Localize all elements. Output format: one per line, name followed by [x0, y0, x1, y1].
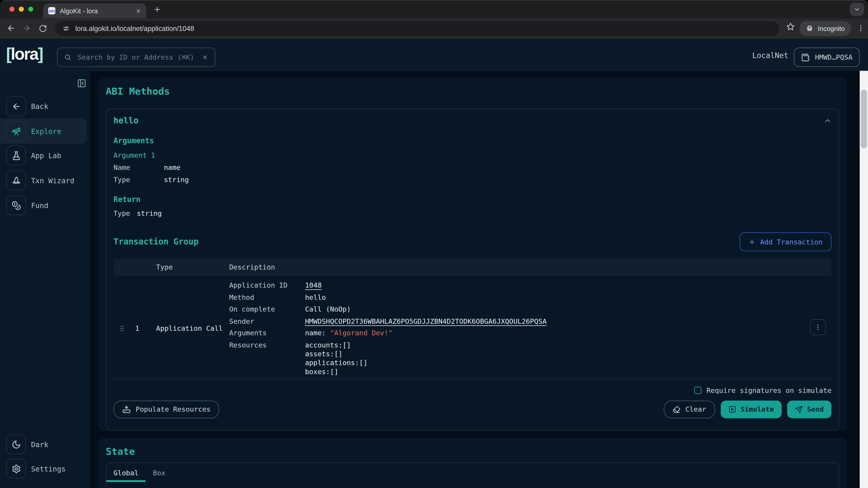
search-input[interactable] [76, 53, 197, 62]
column-type: Type [145, 263, 229, 271]
abi-methods-heading: ABI Methods [106, 86, 170, 97]
bookmark-star-icon[interactable] [786, 22, 795, 31]
sidebar-item-dark-mode[interactable]: Dark [0, 431, 87, 457]
search-box[interactable] [57, 48, 215, 67]
page-scrollbar[interactable] [860, 71, 868, 488]
table-row: 1 Application Call Application ID 1048 M… [114, 275, 831, 379]
row-index: 1 [130, 324, 145, 333]
sidebar-item-back[interactable]: Back [0, 94, 87, 119]
hard-drive-download-icon [122, 405, 131, 414]
chevron-up-icon[interactable] [824, 117, 831, 125]
simulate-button[interactable]: Simulate [721, 400, 782, 418]
search-clear-icon[interactable] [202, 54, 208, 60]
table-header: Type Description [114, 258, 831, 275]
zoom-window-button[interactable] [28, 6, 33, 11]
gear-icon [6, 459, 26, 479]
wallet-button[interactable]: HMWD…PQSA [794, 48, 860, 67]
argument-name-row: Name name [114, 163, 831, 172]
back-icon[interactable] [5, 22, 17, 34]
state-inner-card: Global Box [106, 462, 839, 488]
square-play-icon [728, 405, 736, 413]
sidebar-collapse-icon[interactable] [77, 78, 86, 88]
drag-handle-icon[interactable] [114, 324, 130, 333]
sender-address-link[interactable]: HMWDSHQCOPD2T36WBAHLAZ6PO5GDJJZBN4D2TODK… [305, 317, 547, 326]
flask-icon [6, 145, 26, 165]
send-button[interactable]: Send [787, 400, 831, 418]
main-content: ABI Methods hello Arguments Argument 1 N… [90, 71, 860, 488]
search-icon [64, 54, 71, 61]
arguments-heading: Arguments [114, 136, 831, 145]
wallet-address: HMWD…PQSA [815, 53, 852, 61]
state-card: State Global Box [98, 438, 847, 488]
application-id-row: Application ID 1048 [229, 281, 831, 290]
browser-menu-icon[interactable] [857, 23, 865, 33]
require-signatures-checkbox[interactable] [694, 387, 702, 394]
sidebar-item-label: Txn Wizard [31, 176, 74, 185]
sidebar-item-fund[interactable]: Fund [0, 193, 87, 218]
arguments-row: Arguments name: "Algorand Dev!" [229, 329, 831, 337]
sidebar-item-app-lab[interactable]: App Lab [0, 143, 87, 168]
sender-row: Sender HMWDSHQCOPD2T36WBAHLAZ6PO5GDJJZBN… [229, 317, 831, 326]
state-tabs: Global Box [106, 463, 839, 482]
application-id-link[interactable]: 1048 [305, 281, 322, 290]
wallet-icon [801, 53, 810, 62]
site-settings-icon[interactable] [63, 25, 70, 32]
incognito-label: Incognito [818, 25, 845, 32]
transaction-group-heading: Transaction Group [114, 237, 198, 247]
reload-icon[interactable] [37, 22, 49, 34]
clear-button[interactable]: Clear [664, 400, 715, 418]
tab-global[interactable]: Global [106, 463, 146, 482]
add-transaction-button[interactable]: Add Transaction [740, 232, 831, 251]
tab-overview-button[interactable] [850, 3, 864, 16]
wizard-hat-icon [6, 170, 26, 190]
new-tab-button[interactable] [153, 5, 161, 13]
url-bar[interactable]: lora.algokit.io/localnet/application/104… [55, 21, 779, 36]
sidebar-item-label: Dark [31, 440, 49, 449]
lora-logo[interactable]: [lora] [6, 46, 43, 62]
app-header: [lora] LocalNet HMWD…PQSA [0, 39, 868, 71]
close-window-button[interactable] [9, 6, 14, 11]
network-label[interactable]: LocalNet [752, 51, 788, 60]
sidebar-item-label: Back [31, 102, 49, 110]
tab-box[interactable]: Box [146, 463, 173, 482]
minimize-window-button[interactable] [19, 6, 24, 11]
sidebar-item-label: Fund [31, 201, 49, 209]
transaction-type: Application Call [145, 324, 229, 333]
sidebar-item-explore[interactable]: Explore [0, 119, 87, 144]
sidebar-item-txn-wizard[interactable]: Txn Wizard [0, 168, 87, 193]
browser-toolbar: lora.algokit.io/localnet/application/104… [0, 18, 868, 39]
plus-icon [748, 238, 756, 246]
forward-icon[interactable] [21, 22, 33, 34]
tab-title: AlgoKit - lora [60, 7, 131, 15]
argument-1-label: Argument 1 [114, 151, 831, 160]
tab-favicon: [ak] [48, 7, 55, 14]
telescope-icon [6, 121, 26, 141]
return-heading: Return [114, 195, 831, 203]
abi-methods-card: ABI Methods hello Arguments Argument 1 N… [98, 78, 847, 430]
scrollbar-thumb[interactable] [861, 90, 867, 149]
url-text: lora.algokit.io/localnet/application/104… [75, 25, 194, 32]
tab-close-icon[interactable] [135, 8, 141, 13]
require-signatures-label[interactable]: Require signatures on simulate [706, 386, 831, 394]
transaction-table: Type Description 1 Application [114, 258, 831, 379]
state-heading: State [106, 446, 135, 457]
row-menu-button[interactable] [810, 319, 826, 335]
arrow-left-icon [6, 96, 26, 116]
sidebar-item-settings[interactable]: Settings [0, 456, 87, 482]
argument-type-row: Type string [114, 175, 831, 184]
resources-row: Resources accounts:[] assets:[] applicat… [229, 340, 831, 376]
ellipsis-vertical-icon [814, 323, 822, 331]
send-icon [795, 405, 802, 413]
browser-tab[interactable]: [ak] AlgoKit - lora [43, 3, 146, 18]
method-row: Method hello [229, 293, 831, 302]
sidebar-item-label: App Lab [31, 151, 61, 160]
method-hello-card: hello Arguments Argument 1 Name name Typ… [106, 108, 839, 430]
column-description: Description [229, 263, 831, 271]
incognito-icon [806, 24, 814, 33]
page: [lora] LocalNet HMWD…PQSA [0, 39, 868, 488]
coins-icon [6, 195, 26, 215]
incognito-badge: Incognito [800, 21, 851, 36]
populate-resources-button[interactable]: Populate Resources [114, 400, 219, 418]
sidebar: Back Explore [0, 71, 90, 488]
return-type-row: Type string [114, 209, 831, 218]
